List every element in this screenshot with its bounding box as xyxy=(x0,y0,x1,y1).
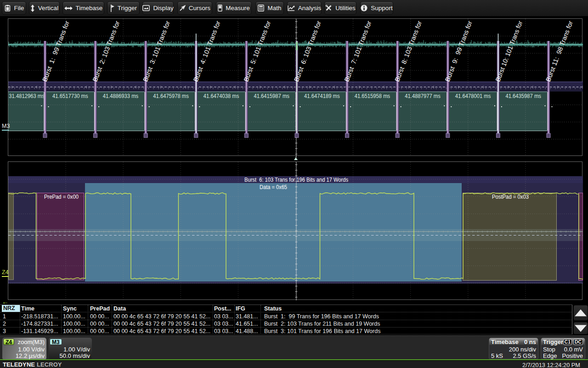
svg-text:PrePad = 0x00: PrePad = 0x00 xyxy=(44,193,79,200)
svg-text:41.6517730 ms: 41.6517730 ms xyxy=(52,92,88,99)
svg-text:41.6435987 ms: 41.6435987 ms xyxy=(505,92,541,99)
svg-text:41.4887977 ms: 41.4887977 ms xyxy=(405,92,441,99)
svg-text:41.6474038 ms: 41.6474038 ms xyxy=(204,92,239,99)
svg-text:31.4812963 ms: 31.4812963 ms xyxy=(9,92,45,99)
svg-text:41.6415987 ms: 41.6415987 ms xyxy=(254,92,289,99)
svg-text:Data = 0x65: Data = 0x65 xyxy=(260,184,287,190)
svg-text:41.6478001 ms: 41.6478001 ms xyxy=(455,92,491,99)
svg-text:41.6515958 ms: 41.6515958 ms xyxy=(355,92,390,99)
svg-text:41.4886933 ms: 41.4886933 ms xyxy=(103,92,139,99)
svg-text:41.6474189 ms: 41.6474189 ms xyxy=(304,92,340,99)
svg-text:41.6475978 ms: 41.6475978 ms xyxy=(153,92,189,99)
